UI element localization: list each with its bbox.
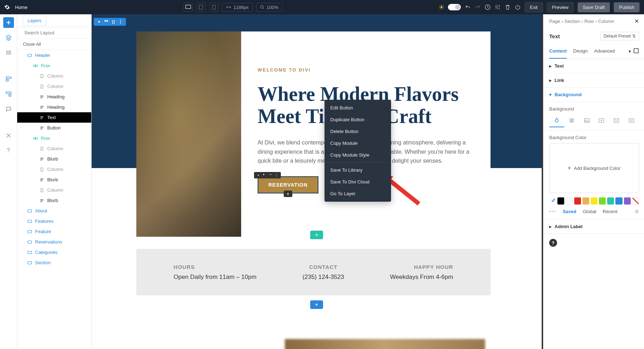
preview-button[interactable]: Preview bbox=[547, 2, 574, 13]
add-row-button[interactable]: + bbox=[310, 231, 323, 239]
section-admin-label[interactable]: ▸ Admin Label bbox=[544, 220, 644, 234]
bg-type-gradient[interactable] bbox=[564, 114, 579, 127]
chat-button[interactable] bbox=[3, 104, 14, 114]
section-toolbar[interactable] bbox=[94, 18, 126, 26]
bg-type-color[interactable] bbox=[549, 114, 564, 127]
add-section-button[interactable]: + bbox=[310, 300, 323, 309]
tree-item-heading[interactable]: Heading bbox=[17, 102, 91, 112]
color-swatch[interactable] bbox=[599, 197, 606, 205]
close-all-button[interactable]: Close All bbox=[17, 39, 91, 50]
tree-item-button[interactable]: Button bbox=[17, 123, 91, 133]
undo-icon[interactable] bbox=[464, 4, 471, 10]
tools-button[interactable] bbox=[3, 130, 14, 141]
color-swatch[interactable] bbox=[615, 197, 622, 205]
help-button[interactable]: ? bbox=[3, 145, 14, 156]
close-panel-button[interactable]: ✕ bbox=[634, 18, 639, 25]
color-swatch-none[interactable] bbox=[632, 197, 639, 205]
tree-item-column[interactable]: Column bbox=[17, 164, 91, 174]
tree-item-column[interactable]: Column bbox=[17, 143, 91, 154]
tree-item-row[interactable]: Row bbox=[17, 133, 91, 143]
add-module-button[interactable]: + bbox=[284, 191, 292, 197]
settings-icon[interactable] bbox=[4, 4, 10, 10]
tab-advanced[interactable]: Advanced bbox=[594, 44, 615, 59]
more-swatches-icon[interactable]: ••• bbox=[549, 209, 556, 214]
swatch-settings-icon[interactable]: ⚙ bbox=[635, 209, 639, 214]
section-background[interactable]: ▾ Background bbox=[544, 88, 644, 102]
tree-item-header[interactable]: Header bbox=[17, 50, 91, 60]
section-link[interactable]: ▸ Link bbox=[544, 73, 644, 88]
tree-item-column[interactable]: Column bbox=[17, 81, 91, 92]
preset-selector[interactable]: Default Preset ⇅ bbox=[600, 32, 639, 40]
color-swatch[interactable] bbox=[557, 197, 564, 205]
tree-item-text[interactable]: Text bbox=[17, 112, 91, 123]
spacing-button[interactable] bbox=[3, 47, 14, 58]
device-tablet-button[interactable] bbox=[196, 3, 206, 12]
wireframe-button[interactable] bbox=[3, 74, 14, 84]
ctx-copy-module-style[interactable]: Copy Module Style bbox=[325, 149, 391, 161]
add-element-button[interactable] bbox=[3, 17, 14, 28]
add-bg-color-button[interactable]: +Add Background Color bbox=[549, 143, 639, 193]
color-swatch[interactable] bbox=[607, 197, 614, 205]
module-toolbar[interactable] bbox=[254, 172, 281, 178]
swatch-tab-global[interactable]: Global bbox=[583, 209, 596, 214]
publish-button[interactable]: Publish bbox=[614, 2, 640, 13]
tree-item-feature[interactable]: Feature bbox=[17, 226, 91, 237]
layers-tab[interactable]: Layers bbox=[23, 15, 46, 26]
bg-type-image[interactable] bbox=[579, 114, 594, 127]
color-picker-icon[interactable] bbox=[549, 197, 556, 205]
tab-content[interactable]: Content bbox=[549, 44, 567, 59]
theme-toggle[interactable] bbox=[448, 4, 461, 10]
ctx-duplicate-button[interactable]: Duplicate Button bbox=[325, 114, 391, 126]
tree-item-features[interactable]: Features bbox=[17, 216, 91, 226]
breadcrumb-section[interactable]: Section bbox=[565, 19, 580, 24]
exit-button[interactable]: Exit bbox=[525, 2, 543, 13]
breadcrumb-page[interactable]: Page bbox=[549, 19, 560, 24]
help-badge[interactable]: ? bbox=[549, 239, 557, 247]
tree-item-blurb[interactable]: Blurb bbox=[17, 174, 91, 185]
tree-item-column[interactable]: Column bbox=[17, 71, 91, 81]
tree-item-reservations[interactable]: Reservations bbox=[17, 237, 91, 247]
breadcrumb-column[interactable]: Column bbox=[598, 19, 614, 24]
device-desktop-button[interactable] bbox=[184, 3, 193, 12]
bg-type-pattern[interactable] bbox=[609, 114, 624, 127]
ctx-go-to-layer[interactable]: Go To Layer bbox=[325, 188, 391, 200]
chevron-down-icon[interactable]: ▾ bbox=[629, 49, 631, 54]
tree-item-row[interactable]: Row bbox=[17, 60, 91, 71]
tree-item-about[interactable]: About bbox=[17, 206, 91, 216]
wireframe2-button[interactable] bbox=[3, 89, 14, 99]
ctx-delete-button[interactable]: Delete Button bbox=[325, 126, 391, 137]
swatch-tab-recent[interactable]: Recent bbox=[603, 209, 618, 214]
tree-item-blurb[interactable]: Blurb bbox=[17, 154, 91, 164]
trash-icon[interactable] bbox=[504, 4, 511, 10]
color-swatch[interactable] bbox=[591, 197, 597, 205]
tree-item-categories[interactable]: Categories bbox=[17, 247, 91, 257]
search-layout-input[interactable] bbox=[24, 30, 84, 35]
canvas[interactable]: WELCOME TO DIVI Where Modern Flavors Mee… bbox=[92, 14, 542, 349]
tab-design[interactable]: Design bbox=[573, 44, 587, 59]
color-swatch[interactable] bbox=[574, 197, 581, 205]
device-phone-button[interactable] bbox=[209, 3, 219, 12]
home-label[interactable]: Home bbox=[15, 5, 28, 10]
section-text[interactable]: ▸ Text bbox=[544, 59, 644, 73]
sliders-icon[interactable] bbox=[494, 4, 501, 10]
ctx-copy-module[interactable]: Copy Module bbox=[325, 137, 391, 149]
tree-item-column[interactable]: Column bbox=[17, 185, 91, 195]
color-swatch[interactable] bbox=[624, 197, 631, 205]
breadcrumb-row[interactable]: Row bbox=[584, 19, 594, 24]
ctx-save-to-divi-cloud[interactable]: Save To Divi Cloud bbox=[325, 176, 391, 188]
bg-type-mask[interactable] bbox=[624, 114, 639, 127]
swatch-tab-saved[interactable]: Saved bbox=[563, 209, 576, 214]
color-swatch[interactable] bbox=[566, 197, 572, 205]
redo-icon[interactable] bbox=[474, 4, 481, 10]
power-icon[interactable] bbox=[514, 4, 521, 10]
bg-type-video[interactable] bbox=[594, 114, 609, 127]
history-icon[interactable] bbox=[484, 4, 491, 10]
tree-item-blurb[interactable]: Blurb bbox=[17, 195, 91, 206]
expand-icon[interactable] bbox=[633, 48, 639, 55]
ctx-edit-button[interactable]: Edit Button bbox=[325, 102, 391, 114]
tree-item-heading[interactable]: Heading bbox=[17, 92, 91, 102]
canvas-width-input[interactable]: 1188px bbox=[222, 3, 253, 12]
zoom-input[interactable]: 100% bbox=[256, 3, 282, 12]
ctx-save-to-library[interactable]: Save To Library bbox=[325, 164, 391, 176]
save-draft-button[interactable]: Save Draft bbox=[577, 2, 610, 13]
